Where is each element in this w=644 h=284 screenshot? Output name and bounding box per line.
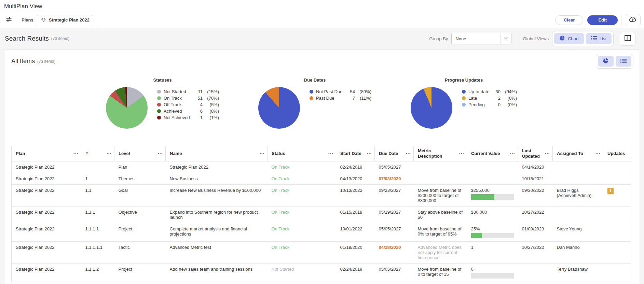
table-header-row: Plan⋯#⋯Level⋯Name⋯Status⋯Start Date⋯Due … (12, 146, 631, 161)
table-row[interactable]: Strategic Plan 20221.1.1ObjectiveExpand … (12, 207, 631, 223)
column-header-updates[interactable]: Updates (603, 146, 631, 161)
cell-assigned_to: Dan Marino (553, 242, 603, 264)
legend-item: Not Past Due54(89%) (310, 88, 371, 95)
cell-level: Goal (114, 185, 166, 207)
statuses-legend: Not Started11(15%)On Track51(70%)Off Tra… (157, 87, 219, 121)
edit-button[interactable]: Edit (587, 15, 618, 25)
legend-item: Not Achieved1(1%) (157, 114, 219, 121)
cell-due_date: 09/23/2027 (375, 185, 414, 207)
card-chart-view-button[interactable] (598, 56, 614, 67)
legend-item: On Track51(70%) (157, 95, 219, 101)
cell-current_value: 25% (467, 223, 518, 242)
column-menu-icon[interactable]: ⋯ (259, 151, 264, 156)
search-results-count: (73 items) (51, 36, 69, 41)
column-label: Status (272, 151, 285, 156)
column-menu-icon[interactable]: ⋯ (106, 151, 111, 156)
group-by-select[interactable]: None (451, 33, 511, 44)
group-by-label: Group By (429, 36, 448, 41)
card-list-view-button[interactable] (616, 56, 631, 67)
legend-swatch (157, 96, 161, 100)
table-row[interactable]: Strategic Plan 20221ThemesNew BusinessOn… (12, 173, 631, 185)
cell-assigned_to: Steve Young (553, 223, 603, 242)
column-label: Updates (607, 151, 625, 156)
legend-label: Up-to-date (468, 89, 494, 94)
filters-button[interactable] (3, 15, 14, 25)
status-label: On Track (272, 188, 290, 193)
column-menu-icon[interactable]: ⋯ (328, 151, 333, 156)
cell-current_value: 0 (467, 264, 518, 282)
column-header-start_date[interactable]: Start Date⋯ (336, 146, 375, 161)
lightbulb-icon (41, 17, 46, 24)
column-header-plan[interactable]: Plan⋯ (12, 146, 81, 161)
list-view-button[interactable]: List (586, 33, 612, 44)
column-menu-icon[interactable]: ⋯ (406, 151, 411, 156)
legend-label: Not Past Due (316, 89, 348, 94)
column-menu-icon[interactable]: ⋯ (157, 151, 163, 156)
cell-plan: Strategic Plan 2022 (12, 173, 81, 185)
cell-name: Add new sales team and training sessions (166, 264, 268, 282)
progress-bar (471, 273, 514, 279)
column-label: Assigned To (557, 151, 583, 156)
cell-assigned_to: Brad Higgs (AchieveIt Admin) (553, 185, 603, 207)
cell-start_date: 10/01/2022 (336, 223, 375, 242)
legend-swatch (157, 103, 161, 106)
cell-plan: Strategic Plan 2022 (12, 161, 81, 173)
plans-label: Plans (22, 17, 33, 23)
column-menu-icon[interactable]: ⋯ (595, 151, 600, 156)
due-date-value: 05/19/2027 (379, 210, 401, 215)
table-row[interactable]: Strategic Plan 20221.1.1.1ProjectComplet… (12, 223, 631, 242)
column-header-due_date[interactable]: Due Date⋯ (375, 146, 414, 161)
column-header-assigned_to[interactable]: Assigned To⋯ (553, 146, 603, 161)
table-row[interactable]: Strategic Plan 20221.1.1.2ProjectAdd new… (12, 264, 631, 282)
chart-button-label: Chart (568, 36, 579, 41)
cell-last_updated: 10/15/2021 (518, 173, 553, 185)
list-icon (591, 36, 597, 42)
column-header-last_updated[interactable]: Last Updated⋯ (518, 146, 553, 161)
divider (517, 33, 517, 44)
column-menu-icon[interactable]: ⋯ (545, 151, 550, 156)
column-header-num[interactable]: #⋯ (81, 146, 114, 161)
column-header-status[interactable]: Status⋯ (268, 146, 336, 161)
legend-count: 51 (196, 96, 203, 101)
legend-label: Off Track (164, 102, 196, 107)
legend-count: 11 (196, 89, 203, 94)
items-table: Plan⋯#⋯Level⋯Name⋯Status⋯Start Date⋯Due … (11, 146, 631, 282)
side-panel-button[interactable] (620, 32, 635, 46)
column-header-metric[interactable]: Metric Description⋯ (414, 146, 467, 161)
chart-view-button[interactable]: Chart (554, 33, 584, 44)
cell-plan: Strategic Plan 2022 (12, 185, 81, 207)
legend-count: 0 (494, 102, 501, 107)
column-menu-icon[interactable]: ⋯ (73, 151, 78, 156)
legend-label: Achieved (164, 109, 196, 114)
legend-pct: (94%) (501, 89, 517, 94)
divider (621, 15, 621, 25)
clear-button[interactable]: Clear (555, 15, 584, 25)
cell-last_updated (518, 264, 553, 282)
cell-status: On Track (268, 185, 336, 207)
legend-pct: (6%) (501, 96, 517, 101)
cell-plan: Strategic Plan 2022 (12, 223, 81, 242)
column-label: Name (170, 151, 182, 156)
cell-due_date: 05/19/2027 (375, 207, 414, 223)
all-items-title: All Items (11, 58, 35, 65)
legend-pct: (8%) (203, 109, 219, 114)
cell-metric (414, 161, 467, 173)
table-row[interactable]: Strategic Plan 2022PlanStrategic Plan 20… (12, 161, 631, 173)
table-row[interactable]: Strategic Plan 20221.1GoalIncrease New B… (12, 185, 631, 207)
plan-filter-chip[interactable]: Strategic Plan 2022 (37, 15, 93, 25)
column-menu-icon[interactable]: ⋯ (510, 151, 515, 156)
cell-metric: Stay above baseline of $0 (414, 207, 467, 223)
legend-pct: (0%) (501, 102, 517, 107)
table-row[interactable]: Strategic Plan 20221.1.1.1.1TacticAdvanc… (12, 242, 631, 264)
cell-metric: Move from baseline of 0 to target of 15 (414, 264, 467, 282)
column-label: Start Date (340, 151, 361, 156)
column-menu-icon[interactable]: ⋯ (459, 151, 464, 156)
column-header-level[interactable]: Level⋯ (114, 146, 166, 161)
due-date-value: 05/05/2027 (379, 226, 401, 231)
export-button[interactable] (625, 14, 641, 26)
column-menu-icon[interactable]: ⋯ (367, 151, 372, 156)
column-header-current_value[interactable]: Current Value⋯ (467, 146, 518, 161)
updates-badge[interactable]: 1 (607, 188, 614, 194)
cell-num: 1.1.1 (81, 207, 114, 223)
column-header-name[interactable]: Name⋯ (166, 146, 268, 161)
